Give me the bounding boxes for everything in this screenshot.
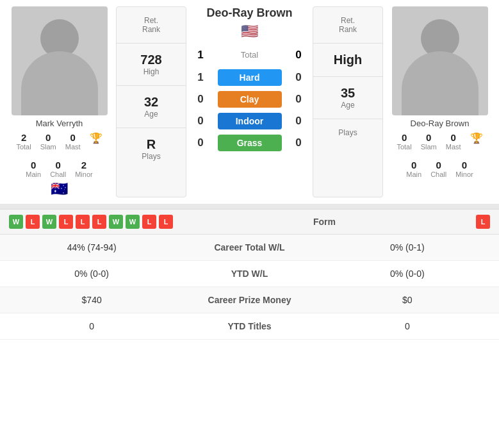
left-rank-sublabel: Rank xyxy=(142,25,160,34)
left-chall-stat: 0 Chall xyxy=(50,160,66,178)
right-high-block: High xyxy=(313,44,382,77)
left-mast-lbl: Mast xyxy=(65,143,81,151)
clay-row: 0 Clay 0 xyxy=(190,90,309,109)
right-minor-lbl: Minor xyxy=(455,170,473,178)
hard-right-score: 0 xyxy=(291,71,306,84)
right-player-stats: 0 Total 0 Slam 0 Mast 🏆 0 Main xyxy=(387,132,493,178)
left-ret-rank-block: Ret. Rank xyxy=(117,7,186,44)
left-total-lbl: Total xyxy=(16,143,31,151)
stats-center-label-1: YTD W/L xyxy=(170,269,328,279)
form-badge-l: L xyxy=(59,215,73,229)
stats-table: 44% (74-94)Career Total W/L0% (0-1)0% (0… xyxy=(0,234,499,340)
left-flag-icon: 🇦🇺 xyxy=(51,181,68,197)
stats-row-1: 0% (0-0)YTD W/L0% (0-0) xyxy=(0,261,499,287)
grass-right-score: 0 xyxy=(291,137,306,149)
stats-row-3: 0YTD Titles0 xyxy=(0,313,499,340)
right-slam-stat: 0 Slam xyxy=(421,132,437,151)
right-flag-icon: 🇺🇸 xyxy=(241,23,258,40)
right-total-stat: 0 Total xyxy=(397,132,411,151)
right-rank-sublabel: Rank xyxy=(339,25,357,34)
left-slam-val: 0 xyxy=(45,132,51,143)
right-main-lbl: Main xyxy=(406,170,421,178)
clay-left-score: 0 xyxy=(193,93,208,106)
left-high-val: 728 xyxy=(140,53,161,67)
form-badge-w: W xyxy=(109,215,123,229)
stats-left-val-0: 44% (74-94) xyxy=(13,242,170,253)
right-slam-lbl: Slam xyxy=(421,143,437,151)
right-high-val: High xyxy=(334,53,362,67)
right-player-column: Deo-Ray Brown 0 Total 0 Slam 0 Mast 🏆 xyxy=(387,6,493,197)
left-player-stats: 2 Total 0 Slam 0 Mast 🏆 0 Main xyxy=(6,132,112,178)
left-ret-label: Ret. xyxy=(144,16,158,25)
left-plays-lbl: Plays xyxy=(142,152,160,161)
main-container: Mark Verryth 2 Total 0 Slam 0 Mast 🏆 xyxy=(0,0,499,340)
left-form-badges: WLWLLLWWLL xyxy=(9,215,173,229)
right-mast-stat: 0 Mast xyxy=(446,132,461,151)
left-high-block: 728 High xyxy=(117,44,186,86)
indoor-left-score: 0 xyxy=(193,115,208,128)
left-main-lbl: Main xyxy=(26,170,41,178)
hard-row: 1 Hard 0 xyxy=(190,68,309,87)
right-player-name: Deo-Ray Brown xyxy=(206,6,292,21)
form-badge-l: L xyxy=(159,215,173,229)
stats-right-val-2: $0 xyxy=(329,295,486,305)
left-total-val: 2 xyxy=(21,132,26,143)
right-player-avatar xyxy=(392,6,488,115)
stats-center-label-2: Career Prize Money xyxy=(170,295,328,305)
indoor-badge: Indoor xyxy=(218,113,282,129)
left-minor-stat: 2 Minor xyxy=(75,160,93,178)
left-high-lbl: High xyxy=(143,67,160,76)
right-mid-column: Ret. Rank High 35 Age Plays xyxy=(313,6,383,197)
stats-right-val-0: 0% (0-1) xyxy=(329,242,486,253)
right-slam-val: 0 xyxy=(426,132,431,143)
left-main-val: 0 xyxy=(31,160,36,170)
left-total-stat: 2 Total xyxy=(16,132,31,151)
left-age-val: 32 xyxy=(144,95,158,110)
right-age-block: 35 Age xyxy=(313,77,382,119)
left-player-name: Mark Verryth xyxy=(36,119,83,128)
left-player-column: Mark Verryth 2 Total 0 Slam 0 Mast 🏆 xyxy=(6,6,112,197)
form-badge-w: W xyxy=(42,215,56,229)
grass-row: 0 Grass 0 xyxy=(190,133,309,153)
left-mast-val: 0 xyxy=(70,132,75,143)
clay-badge: Clay xyxy=(218,91,282,108)
total-row: 1 Total 0 xyxy=(190,45,309,65)
form-badge-l: L xyxy=(26,215,40,229)
form-badge-l: L xyxy=(92,215,106,229)
stats-row-2: $740Career Prize Money$0 xyxy=(0,287,499,313)
left-slam-lbl: Slam xyxy=(40,143,56,151)
left-age-block: 32 Age xyxy=(117,86,186,128)
form-badge-l: L xyxy=(142,215,156,229)
left-plays-block: R Plays xyxy=(117,128,186,170)
right-main-stat: 0 Main xyxy=(406,160,421,178)
right-age-val: 35 xyxy=(341,86,355,101)
separator xyxy=(0,204,499,209)
total-label: Total xyxy=(208,50,291,60)
right-total-val: 0 xyxy=(402,132,407,143)
right-mast-lbl: Mast xyxy=(446,143,461,151)
left-minor-val: 2 xyxy=(81,160,86,170)
right-chall-val: 0 xyxy=(436,160,441,170)
right-main-val: 0 xyxy=(411,160,416,170)
stats-center-label-0: Career Total W/L xyxy=(170,242,328,253)
total-right-score: 0 xyxy=(291,49,306,62)
form-badge-w: W xyxy=(9,215,23,229)
avatar-body xyxy=(21,51,98,115)
left-chall-lbl: Chall xyxy=(50,170,66,178)
left-trophy: 🏆 xyxy=(90,132,102,151)
right-chall-lbl: Chall xyxy=(430,170,446,178)
stats-row-0: 44% (74-94)Career Total W/L0% (0-1) xyxy=(0,235,499,261)
right-ret-label: Ret. xyxy=(341,16,355,25)
right-chall-stat: 0 Chall xyxy=(430,160,446,178)
stats-left-val-1: 0% (0-0) xyxy=(13,269,170,279)
hard-left-score: 1 xyxy=(193,71,208,84)
stats-left-val-2: $740 xyxy=(13,295,170,305)
right-minor-stat: 0 Minor xyxy=(455,160,473,178)
center-column: Deo-Ray Brown 🇺🇸 1 Total 0 1 Hard 0 0 Cl… xyxy=(190,6,309,197)
right-plays-lbl: Plays xyxy=(338,128,357,137)
left-minor-lbl: Minor xyxy=(75,170,93,178)
left-age-lbl: Age xyxy=(144,110,158,119)
right-plays-block: Plays xyxy=(313,119,382,146)
stats-right-val-1: 0% (0-0) xyxy=(329,269,486,279)
form-badge-w: W xyxy=(126,215,140,229)
